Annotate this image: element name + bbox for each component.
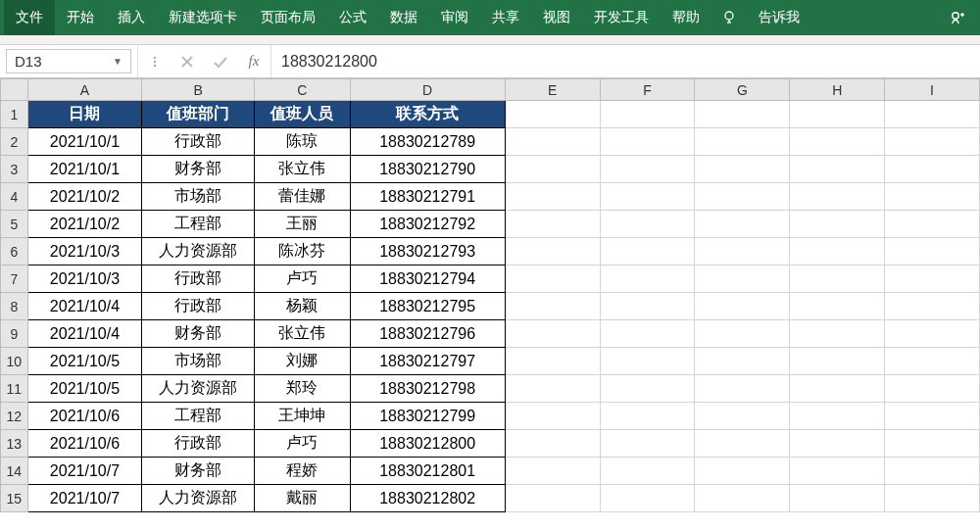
- empty-cell[interactable]: [885, 293, 980, 320]
- row-header-15[interactable]: 15: [1, 485, 28, 512]
- data-cell[interactable]: 18830212796: [350, 320, 505, 348]
- data-cell[interactable]: 工程部: [142, 211, 255, 238]
- empty-cell[interactable]: [790, 293, 885, 320]
- row-header-9[interactable]: 9: [1, 320, 28, 348]
- empty-cell[interactable]: [600, 348, 695, 375]
- empty-cell[interactable]: [885, 128, 980, 156]
- empty-cell[interactable]: [695, 293, 790, 320]
- data-cell[interactable]: 2021/10/4: [27, 293, 142, 320]
- data-cell[interactable]: 刘娜: [255, 348, 350, 375]
- data-cell[interactable]: 2021/10/2: [27, 211, 142, 238]
- empty-cell[interactable]: [885, 458, 980, 485]
- empty-cell[interactable]: [885, 403, 980, 430]
- empty-cell[interactable]: [695, 458, 790, 485]
- empty-cell[interactable]: [790, 458, 885, 485]
- ribbon-tab-11[interactable]: 帮助: [661, 0, 711, 35]
- empty-cell[interactable]: [790, 128, 885, 156]
- row-header-10[interactable]: 10: [1, 348, 28, 375]
- row-header-1[interactable]: 1: [1, 101, 28, 128]
- ribbon-tab-10[interactable]: 开发工具: [582, 0, 661, 35]
- ribbon-tab-8[interactable]: 共享: [480, 0, 531, 35]
- row-header-4[interactable]: 4: [1, 183, 28, 211]
- empty-cell[interactable]: [790, 430, 885, 458]
- empty-cell[interactable]: [790, 485, 885, 512]
- data-cell[interactable]: 2021/10/5: [27, 375, 142, 403]
- data-cell[interactable]: 戴丽: [255, 485, 350, 512]
- data-cell[interactable]: 18830212801: [350, 458, 505, 485]
- data-cell[interactable]: 工程部: [142, 403, 255, 430]
- empty-cell[interactable]: [695, 375, 790, 403]
- empty-cell[interactable]: [600, 183, 695, 211]
- data-cell[interactable]: 18830212790: [350, 156, 505, 183]
- empty-cell[interactable]: [505, 293, 600, 320]
- row-header-6[interactable]: 6: [1, 238, 28, 266]
- data-cell[interactable]: 市场部: [142, 348, 255, 375]
- col-header-G[interactable]: G: [695, 79, 790, 101]
- spreadsheet-grid[interactable]: ABCDEFGHI1日期值班部门值班人员联系方式22021/10/1行政部陈琼1…: [0, 78, 980, 531]
- ribbon-tab-9[interactable]: 视图: [531, 0, 582, 35]
- fx-icon[interactable]: fx: [237, 45, 270, 77]
- col-header-D[interactable]: D: [350, 79, 505, 101]
- formula-dots-icon[interactable]: [137, 45, 171, 77]
- formula-input[interactable]: 18830212800: [270, 45, 980, 77]
- header-cell[interactable]: 值班部门: [142, 101, 255, 128]
- empty-cell[interactable]: [885, 211, 980, 238]
- lightbulb-icon[interactable]: [711, 10, 747, 25]
- empty-cell[interactable]: [505, 403, 600, 430]
- ribbon-tab-6[interactable]: 数据: [378, 0, 429, 35]
- data-cell[interactable]: 人力资源部: [142, 485, 255, 512]
- row-header-13[interactable]: 13: [1, 430, 28, 458]
- data-cell[interactable]: 陈冰芬: [255, 238, 350, 266]
- ribbon-tab-0[interactable]: 文件: [4, 0, 55, 35]
- col-header-H[interactable]: H: [790, 79, 885, 101]
- empty-cell[interactable]: [505, 348, 600, 375]
- col-header-B[interactable]: B: [142, 79, 255, 101]
- empty-cell[interactable]: [505, 238, 600, 266]
- row-header-7[interactable]: 7: [1, 266, 28, 293]
- col-header-I[interactable]: I: [885, 79, 980, 101]
- data-cell[interactable]: 18830212793: [350, 238, 505, 266]
- ribbon-tab-3[interactable]: 新建选项卡: [157, 0, 249, 35]
- empty-cell[interactable]: [505, 266, 600, 293]
- empty-cell[interactable]: [885, 430, 980, 458]
- empty-cell[interactable]: [885, 101, 980, 128]
- empty-cell[interactable]: [600, 238, 695, 266]
- data-cell[interactable]: 18830212794: [350, 266, 505, 293]
- empty-cell[interactable]: [505, 485, 600, 512]
- empty-cell[interactable]: [695, 403, 790, 430]
- empty-cell[interactable]: [885, 348, 980, 375]
- data-cell[interactable]: 18830212798: [350, 375, 505, 403]
- empty-cell[interactable]: [695, 211, 790, 238]
- data-cell[interactable]: 2021/10/6: [27, 430, 142, 458]
- row-header-3[interactable]: 3: [1, 156, 28, 183]
- empty-cell[interactable]: [600, 128, 695, 156]
- header-cell[interactable]: 联系方式: [350, 101, 505, 128]
- ribbon-tab-1[interactable]: 开始: [55, 0, 106, 35]
- data-cell[interactable]: 18830212797: [350, 348, 505, 375]
- empty-cell[interactable]: [885, 485, 980, 512]
- data-cell[interactable]: 18830212791: [350, 183, 505, 211]
- ribbon-tab-7[interactable]: 审阅: [429, 0, 480, 35]
- empty-cell[interactable]: [695, 183, 790, 211]
- empty-cell[interactable]: [695, 348, 790, 375]
- data-cell[interactable]: 行政部: [142, 128, 255, 156]
- data-cell[interactable]: 2021/10/7: [27, 458, 142, 485]
- empty-cell[interactable]: [600, 266, 695, 293]
- empty-cell[interactable]: [790, 238, 885, 266]
- name-box[interactable]: D13 ▼: [6, 49, 131, 73]
- empty-cell[interactable]: [695, 320, 790, 348]
- share-icon[interactable]: [939, 9, 976, 26]
- header-cell[interactable]: 值班人员: [255, 101, 350, 128]
- empty-cell[interactable]: [790, 375, 885, 403]
- empty-cell[interactable]: [885, 183, 980, 211]
- empty-cell[interactable]: [885, 320, 980, 348]
- empty-cell[interactable]: [600, 211, 695, 238]
- data-cell[interactable]: 张立伟: [255, 320, 350, 348]
- row-header-11[interactable]: 11: [1, 375, 28, 403]
- data-cell[interactable]: 2021/10/7: [27, 485, 142, 512]
- empty-cell[interactable]: [600, 430, 695, 458]
- data-cell[interactable]: 蕾佳娜: [255, 183, 350, 211]
- empty-cell[interactable]: [505, 128, 600, 156]
- data-cell[interactable]: 2021/10/1: [27, 128, 142, 156]
- data-cell[interactable]: 18830212799: [350, 403, 505, 430]
